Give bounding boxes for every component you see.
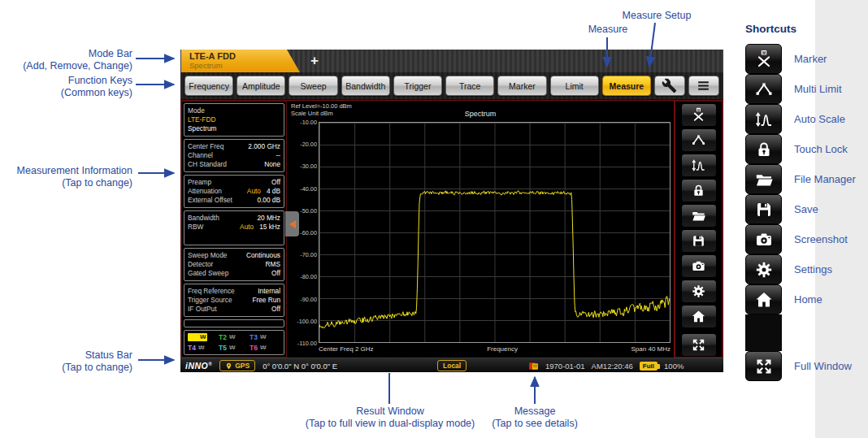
result-area: ModeLTE-FDDSpectrumCenter Freq2.000 GHzC… [180, 99, 723, 358]
shortcut-row-settings: Settings [745, 254, 867, 284]
shortcut-button-auto-scale[interactable] [745, 104, 782, 134]
multi-limit-icon [691, 132, 706, 148]
side-button-home[interactable] [681, 305, 717, 328]
info-row: External Offset0.00 dB [188, 196, 280, 205]
menu-button[interactable] [688, 76, 719, 96]
annotation-function-keys: Function Keys(Common keys) [0, 75, 132, 99]
x-axis-labels: Center Freq 2 GHz Frequency Span 40 MHz [319, 345, 671, 353]
info-row: RBWAuto15 kHz [188, 223, 280, 232]
mode-tab[interactable]: LTE-A FDD Spectrum [181, 50, 300, 72]
function-key-marker[interactable]: Marker [497, 76, 546, 96]
annotation-measure: Measure [569, 24, 647, 36]
home-icon [754, 290, 774, 310]
shortcut-label: Home [782, 293, 822, 306]
shortcut-label: Auto Scale [782, 113, 845, 125]
shortcut-label: File Manager [782, 173, 856, 185]
trace-legend-item-t5[interactable]: T5₩ [219, 344, 250, 352]
side-button-file-manager[interactable] [681, 204, 717, 228]
shortcut-label: Settings [782, 263, 832, 275]
function-key-sweep[interactable]: Sweep [289, 76, 337, 96]
shortcut-button-touch-lock[interactable] [745, 134, 782, 164]
shortcut-button-save[interactable] [745, 194, 782, 224]
trace-legend-item-t1[interactable]: T1₩ [188, 333, 207, 341]
center-freq-label: Center Freq 2 GHz [319, 345, 374, 353]
function-keys-bar: FrequencyAmplitudeSweepBandwidthTriggerT… [180, 72, 723, 99]
trace-legend-item-t3[interactable]: T3₩ [250, 333, 280, 341]
trace-legend-item-t6[interactable]: T6₩ [250, 344, 280, 352]
function-key-amplitude[interactable]: Amplitude [237, 76, 285, 96]
side-button-save[interactable] [681, 229, 717, 253]
info-panel-mode[interactable]: ModeLTE-FDDSpectrum [184, 103, 284, 137]
side-button-settings[interactable] [681, 280, 717, 303]
page: LTE-A FDD Spectrum + FrequencyAmplitudeS… [0, 0, 868, 438]
annotation-status-bar: Status Bar(Tap to change) [0, 349, 132, 374]
measurement-information-panel[interactable]: ModeLTE-FDDSpectrumCenter Freq2.000 GHzC… [180, 100, 287, 358]
function-key-limit[interactable]: Limit [550, 76, 599, 96]
shortcut-button-full-window[interactable] [745, 351, 782, 381]
shortcut-label: Marker [782, 53, 827, 65]
info-row: AttenuationAuto4 dB [188, 187, 280, 196]
shortcuts-legend: Shortcuts MarkerMulti LimitAuto ScaleTou… [745, 23, 867, 381]
function-key-bandwidth[interactable]: Bandwidth [341, 76, 390, 96]
status-date: 1970-01-01 [545, 362, 585, 371]
info-panel-spare[interactable] [184, 319, 284, 327]
info-line: Spectrum [188, 124, 280, 133]
spectrum-plot[interactable] [319, 122, 671, 343]
info-panel-amplitude[interactable]: PreampOffAttenuationAuto4 dBExternal Off… [184, 175, 284, 208]
gps-pin-icon [225, 362, 232, 370]
trace-legend-item-t2[interactable]: T2₩ [219, 333, 250, 341]
side-button-touch-lock[interactable] [681, 179, 717, 202]
auto-scale-icon [691, 158, 706, 173]
shortcut-row-screenshot: Screenshot [745, 224, 867, 254]
function-key-frequency[interactable]: Frequency [184, 76, 233, 96]
mode-bar[interactable]: LTE-A FDD Spectrum + [180, 50, 723, 72]
side-button-multi-limit[interactable] [681, 128, 717, 152]
menu-icon [696, 78, 711, 93]
shortcuts-list: MarkerMulti LimitAuto ScaleTouch LockFil… [745, 44, 867, 381]
battery-indicator: Full [640, 362, 658, 371]
settings-icon [754, 260, 774, 280]
side-button-auto-scale[interactable] [681, 154, 717, 177]
shortcut-label: Touch Lock [782, 143, 848, 155]
shortcut-button-file-manager[interactable] [745, 164, 782, 194]
info-panel-frequency[interactable]: Center Freq2.000 GHzChannel--CH Standard… [184, 139, 284, 172]
side-button-screenshot[interactable] [681, 254, 717, 278]
y-tick-label: -100.00 [288, 318, 317, 325]
panel-collapse-handle[interactable] [285, 211, 299, 236]
info-panel-trigger[interactable]: Freq ReferenceInternalTrigger SourceFree… [184, 284, 284, 317]
gps-badge[interactable]: GPS [219, 360, 255, 371]
function-key-trigger[interactable]: Trigger [393, 76, 442, 96]
shortcut-row-auto-scale: Auto Scale [745, 104, 867, 134]
function-key-trace[interactable]: Trace [445, 76, 494, 96]
result-window[interactable]: Ref Level=-10.00 dBm Scale Unit dBm Spec… [287, 100, 675, 358]
save-icon [691, 233, 706, 249]
info-panel-sweep[interactable]: Sweep ModeContinuousDetectorRMSGated Swe… [184, 248, 284, 281]
shortcut-row-home: Home [745, 284, 867, 314]
measure-setup-button[interactable] [654, 76, 685, 96]
add-mode-button[interactable]: + [304, 51, 325, 71]
message-icon[interactable] [528, 361, 539, 371]
status-bar[interactable]: iNNO® GPS 0° 0'0.0" N 0° 0'0.0" E Local … [180, 358, 723, 372]
function-key-measure[interactable]: Measure [602, 76, 651, 96]
shortcut-button-screenshot[interactable] [745, 224, 782, 254]
shortcut-row-file-manager: File Manager [745, 164, 867, 194]
shortcut-row-save: Save [745, 194, 867, 224]
info-panel-bandwidth[interactable]: Bandwidth20 MHzRBWAuto15 kHz [184, 210, 284, 245]
spectrum-trace [319, 123, 670, 342]
shortcut-button-multi-limit[interactable] [745, 74, 782, 104]
full-window-icon [691, 337, 706, 353]
info-line: LTE-FDD [188, 115, 280, 124]
trace-legend-item-t4[interactable]: T4₩ [188, 344, 219, 352]
save-icon [754, 200, 774, 219]
local-badge[interactable]: Local [437, 360, 467, 371]
shortcut-button-settings[interactable] [745, 254, 782, 284]
info-row: CH StandardNone [188, 160, 280, 169]
shortcut-button-marker[interactable] [745, 44, 782, 74]
side-button-marker[interactable] [681, 103, 717, 127]
shortcut-button-home[interactable] [745, 284, 782, 314]
side-button-full-window[interactable] [681, 333, 717, 357]
settings-icon [691, 284, 706, 299]
trace-legend[interactable]: T1₩T2₩T3₩T4₩T5₩T6₩ [184, 330, 284, 355]
marker-icon [691, 107, 706, 123]
info-row: Bandwidth20 MHz [188, 214, 280, 223]
